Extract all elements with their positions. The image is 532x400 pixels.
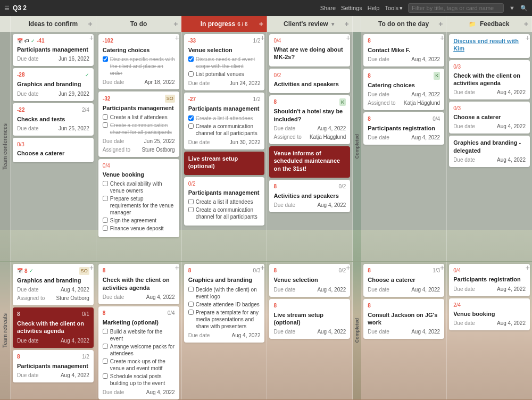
- col-label-in-progress: In progress: [201, 20, 235, 28]
- card-choose-caterer-conf-fb[interactable]: 0/3 Choose a caterer Due date Aug 4, 202…: [449, 102, 530, 134]
- card-participants-mgmt-conf-todo[interactable]: -32 SO Participants management Create a …: [98, 91, 179, 157]
- card-id: -41: [37, 37, 44, 45]
- hamburger-icon[interactable]: ☰: [4, 5, 10, 12]
- card-contact-mike-conf[interactable]: 8 Contact Mike F. Due date Aug 4, 2022: [363, 34, 444, 66]
- add-ideas-button[interactable]: +: [88, 20, 92, 28]
- card-participants-management-conf[interactable]: 📅 🏷 ✓ -41 Participants management Due da…: [13, 34, 94, 66]
- checklist-item: Finance venue deposit: [103, 225, 175, 232]
- filter-icon[interactable]: ▼: [509, 5, 515, 11]
- card-graphics-branding-ret-ip[interactable]: 8 0/3 Graphics and branding Decide (with…: [184, 264, 265, 342]
- card-id: 8: [17, 311, 20, 318]
- checklist-checkbox[interactable]: [103, 226, 108, 231]
- card-choose-caterer-conf-ideas[interactable]: 0/3 Choose a caterer: [13, 138, 94, 162]
- checklist-checkbox[interactable]: [103, 181, 108, 186]
- card-catering-choices-conf-td[interactable]: 8 K Catering choices Due date Aug 4, 202…: [363, 69, 444, 110]
- add-card-ip-conf[interactable]: +: [260, 34, 264, 41]
- completed-label-ret: Completed: [353, 262, 361, 399]
- card-title: Venue informs of scheduled maintenance o…: [273, 149, 346, 172]
- card-graphics-branding-delegated-conf[interactable]: Graphics and branding - delegated Due da…: [449, 136, 530, 167]
- checklist-checkbox[interactable]: [188, 287, 194, 292]
- add-card-fb-ret[interactable]: +: [526, 264, 530, 271]
- card-hotel-stay-conf[interactable]: 8 K Shouldn't a hotel stay be included? …: [269, 95, 350, 144]
- settings-button[interactable]: Settings: [341, 5, 362, 11]
- add-in-progress-button[interactable]: +: [259, 20, 263, 28]
- checklist-checkbox[interactable]: [188, 310, 194, 315]
- card-graphics-branding-conf[interactable]: -28 ✓ Graphics and branding Due date Jun…: [13, 68, 94, 101]
- card-venue-selection-ret-cr[interactable]: 8 0/2 Venue selection Due date Aug 4, 20…: [269, 264, 350, 296]
- checklist-checkbox[interactable]: [103, 114, 108, 120]
- tools-menu[interactable]: Tools ▾: [385, 5, 403, 12]
- add-todo-button[interactable]: +: [173, 20, 178, 28]
- checklist-item: Prepare setup requirements for the venue…: [103, 195, 175, 216]
- card-checklist: Create a list if attendees Create a comm…: [188, 115, 261, 137]
- card-checklist: Discuss specific needs with the client a…: [103, 56, 175, 77]
- checklist-checkbox[interactable]: [188, 199, 194, 204]
- card-id: 8: [273, 98, 277, 106]
- checklist-checkbox[interactable]: [188, 123, 194, 129]
- checklist-item: Decide (with the client) on event logo: [188, 286, 261, 300]
- checklist-checkbox[interactable]: [103, 359, 108, 364]
- checklist-checkbox[interactable]: [188, 115, 194, 121]
- help-button[interactable]: Help: [368, 5, 380, 11]
- card-mk2s-conf[interactable]: 0/4 What are we doing about MK-2s?: [269, 34, 350, 66]
- checklist-checkbox[interactable]: [103, 344, 108, 349]
- card-live-stream-ret-cr[interactable]: 8 Live stream setup (optional) Due date …: [269, 299, 350, 339]
- card-venue-selection-conf[interactable]: -33 1/2 Venue selection Discuss needs an…: [184, 34, 265, 90]
- share-button[interactable]: Share: [320, 5, 336, 11]
- add-card-td-ret[interactable]: +: [440, 264, 444, 271]
- add-card-ideas-conf[interactable]: +: [89, 34, 94, 41]
- card-venue-booking-conf-todo[interactable]: 0/4 Venue booking Check availability wit…: [98, 159, 179, 237]
- checklist-checkbox[interactable]: [188, 302, 194, 307]
- card-participants-reg-ret-fb[interactable]: 0/4 Participants registration Due date A…: [449, 264, 530, 296]
- card-id: 8: [368, 37, 371, 45]
- app-title: Q3 2: [13, 4, 27, 12]
- card-live-stream-conf-ip[interactable]: Live stream setup (optional): [184, 152, 265, 176]
- filter-input[interactable]: [408, 3, 504, 13]
- add-card-td-conf[interactable]: +: [440, 34, 444, 41]
- card-choose-caterer-ret-td[interactable]: 8 1/3 Choose a caterer Due date Aug 4, 2…: [363, 264, 444, 296]
- card-checks-tests-conf[interactable]: -22 2/4 Checks and tests Due date Jun 25…: [13, 103, 94, 136]
- checklist-checkbox[interactable]: [103, 122, 108, 128]
- card-marketing-ret-todo[interactable]: 8 0/4 Marketing (optional) Build a websi…: [98, 306, 179, 399]
- card-check-client-agenda-conf-fb[interactable]: 0/3 Check with the client on activities …: [449, 60, 530, 100]
- add-card-ideas-ret[interactable]: +: [89, 264, 94, 271]
- card-venue-booking-ret-fb[interactable]: 2/4 Venue booking Due date Aug 4, 2022: [449, 298, 530, 330]
- card-participants-mgmt-ret[interactable]: 8 1/2 Participants management Due date A…: [13, 350, 94, 382]
- card-participants-mgmt2-conf-ip[interactable]: 0/2 Participants management Create a lis…: [184, 177, 265, 226]
- add-card-fb-conf[interactable]: +: [526, 34, 530, 41]
- card-participants-mgmt-conf-ip[interactable]: -27 1/2 Participants management Create a…: [184, 93, 265, 149]
- add-card-todo-conf[interactable]: +: [174, 34, 179, 41]
- checklist-checkbox[interactable]: [188, 56, 194, 62]
- card-check-client-ret[interactable]: 8 0/1 Check with the client on activitie…: [13, 307, 94, 348]
- card-catering-choices-conf[interactable]: -102 Catering choices Discuss specific n…: [98, 34, 179, 89]
- add-card-ip-ret[interactable]: +: [260, 264, 264, 271]
- card-activities-speakers-conf-cr[interactable]: 0/2 Activities and speakers: [269, 69, 350, 93]
- card-venue-maintenance-conf[interactable]: Venue informs of scheduled maintenance o…: [269, 146, 350, 178]
- add-feedback-button[interactable]: +: [524, 20, 528, 28]
- card-checklist: Check availability with venue owners Pre…: [103, 180, 175, 232]
- card-id: 8: [273, 267, 277, 274]
- checklist-checkbox[interactable]: [103, 373, 108, 379]
- checklist-checkbox[interactable]: [103, 218, 108, 223]
- checklist-checkbox[interactable]: [103, 56, 108, 62]
- card-activities-speakers2-conf[interactable]: 8 0/2 Activities and speakers Due date A…: [269, 180, 350, 212]
- add-card-todo-ret[interactable]: +: [174, 264, 179, 271]
- card-id: 8: [368, 115, 371, 123]
- add-card-cr-ret[interactable]: +: [346, 264, 350, 271]
- card-consult-jackson-ret-td[interactable]: 8 Consult Jackson on JG's work Due date …: [363, 299, 444, 339]
- add-card-cr-conf[interactable]: +: [346, 34, 350, 41]
- search-icon[interactable]: 🔍: [520, 5, 528, 12]
- checklist-checkbox[interactable]: [103, 329, 108, 334]
- card-title: Check with the client on activities agen…: [17, 320, 89, 335]
- row-team-retreats: Team retreats + 📅 8 ✓ SO: [0, 262, 532, 400]
- card-participants-reg-conf-td[interactable]: 8 0/4 Participants registration Due date…: [363, 112, 444, 145]
- card-id: 8: [368, 302, 371, 310]
- checklist-checkbox[interactable]: [188, 71, 194, 77]
- card-discuss-end-result-conf[interactable]: Discuss end result with Kim: [449, 34, 530, 58]
- add-client-review-button[interactable]: +: [345, 20, 349, 28]
- add-todo-day-button[interactable]: +: [438, 20, 443, 28]
- checklist-checkbox[interactable]: [188, 207, 194, 212]
- card-check-client-ret-todo[interactable]: 8 Check with the client on activities ag…: [98, 264, 179, 304]
- checklist-checkbox[interactable]: [103, 196, 108, 201]
- card-graphics-branding-ret[interactable]: 📅 8 ✓ SO Graphics and branding Due date …: [13, 264, 94, 305]
